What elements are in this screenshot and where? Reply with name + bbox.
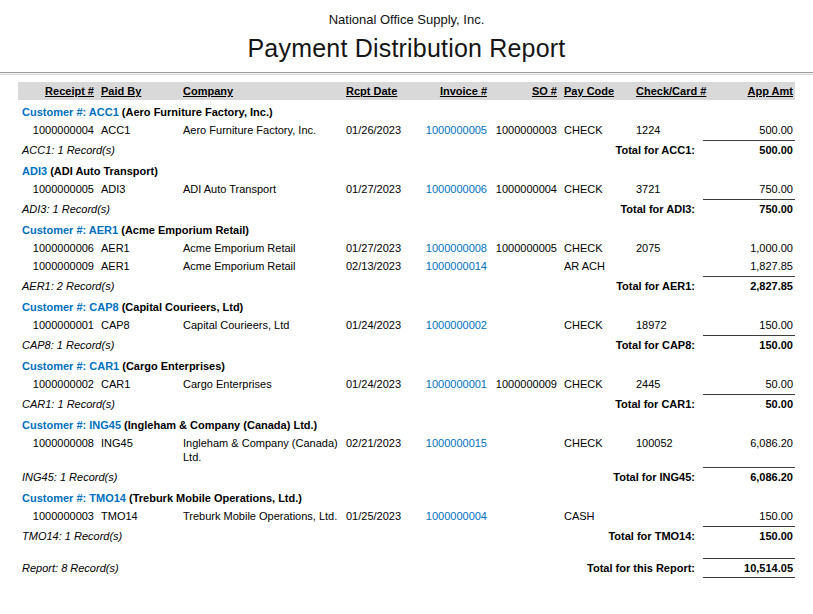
col-header-paid-by: Paid By bbox=[96, 82, 178, 100]
cell-app-amt: 1,827.85 bbox=[703, 257, 795, 275]
cell-receipt: 1000000006 bbox=[18, 239, 96, 257]
col-header-check-card: Check/Card # bbox=[631, 82, 703, 100]
report-footer: Report: 8 Record(s) Total for this Repor… bbox=[18, 558, 795, 578]
group-record-count: TMO14: 1 Record(s) bbox=[18, 526, 338, 545]
invoice-link[interactable]: 1000000015 bbox=[419, 434, 489, 466]
group-header: Customer #: CAP8 (Capital Courieers, Ltd… bbox=[18, 298, 795, 316]
cell-check-card: 18972 bbox=[631, 316, 703, 334]
customer-number-label: Customer #: bbox=[22, 224, 86, 236]
group-total-amount: 150.00 bbox=[703, 335, 795, 354]
table-row: 1000000009 AER1 Acme Emporium Retail 02/… bbox=[18, 257, 795, 275]
cell-company: Treburk Mobile Operations, Ltd. bbox=[178, 507, 341, 525]
table-row: 1000000006 AER1 Acme Emporium Retail 01/… bbox=[18, 239, 795, 257]
cell-rcpt-date: 01/26/2023 bbox=[341, 121, 419, 139]
col-header-app-amt: App Amt bbox=[703, 82, 795, 100]
customer-number-label: Customer #: bbox=[22, 301, 86, 313]
cell-paid-by: AER1 bbox=[96, 257, 178, 275]
cell-check-card bbox=[631, 257, 703, 275]
table-row: 1000000002 CAR1 Cargo Enterprises 01/24/… bbox=[18, 375, 795, 393]
cell-pay-code: CHECK bbox=[559, 239, 631, 257]
group-total-label: Total for TMO14: bbox=[338, 526, 703, 545]
group-total-label: Total for ACC1: bbox=[338, 140, 703, 159]
group-footer: ADI3: 1 Record(s) Total for ADI3: 750.00 bbox=[18, 199, 795, 218]
cell-so-number bbox=[489, 316, 559, 334]
group-header: Customer #: ING45 (Ingleham & Company (C… bbox=[18, 416, 795, 434]
report-record-count: Report: 8 Record(s) bbox=[18, 558, 338, 578]
group-total-label: Total for CAR1: bbox=[338, 394, 703, 413]
customer-group-acc1: Customer #: ACC1 (Aero Furniture Factory… bbox=[18, 103, 795, 159]
customer-name: (Ingleham & Company (Canada) Ltd.) bbox=[124, 419, 317, 431]
table-row: 1000000004 ACC1 Aero Furniture Factory, … bbox=[18, 121, 795, 139]
cell-company: Acme Emporium Retail bbox=[178, 239, 341, 257]
cell-rcpt-date: 01/25/2023 bbox=[341, 507, 419, 525]
customer-number-label: Customer #: bbox=[22, 360, 86, 372]
cell-so-number bbox=[489, 507, 559, 525]
group-total-amount: 6,086.20 bbox=[703, 467, 795, 486]
payment-table: Receipt # Paid By Company Rcpt Date Invo… bbox=[18, 82, 795, 578]
cell-paid-by: ADI3 bbox=[96, 180, 178, 198]
customer-group-adi3: ADI3 (ADI Auto Transport) 1000000005 ADI… bbox=[18, 162, 795, 218]
invoice-link[interactable]: 1000000001 bbox=[419, 375, 489, 393]
cell-check-card bbox=[631, 507, 703, 525]
customer-name: (ADI Auto Transport) bbox=[50, 165, 158, 177]
cell-paid-by: CAR1 bbox=[96, 375, 178, 393]
cell-app-amt: 150.00 bbox=[703, 316, 795, 334]
col-header-receipt: Receipt # bbox=[18, 82, 96, 100]
cell-check-card: 3721 bbox=[631, 180, 703, 198]
cell-so-number: 1000000009 bbox=[489, 375, 559, 393]
table-row: 1000000005 ADI3 ADI Auto Transport 01/27… bbox=[18, 180, 795, 198]
invoice-link[interactable]: 1000000006 bbox=[419, 180, 489, 198]
group-total-label: Total for ING45: bbox=[338, 467, 703, 486]
group-total-amount: 50.00 bbox=[703, 394, 795, 413]
group-footer: AER1: 2 Record(s) Total for AER1: 2,827.… bbox=[18, 276, 795, 295]
group-footer: CAR1: 1 Record(s) Total for CAR1: 50.00 bbox=[18, 394, 795, 413]
customer-group-cap8: Customer #: CAP8 (Capital Courieers, Ltd… bbox=[18, 298, 795, 354]
group-total-amount: 750.00 bbox=[703, 199, 795, 218]
customer-name: (Treburk Mobile Operations, Ltd.) bbox=[129, 492, 302, 504]
invoice-link[interactable]: 1000000005 bbox=[419, 121, 489, 139]
cell-paid-by: CAP8 bbox=[96, 316, 178, 334]
col-header-rcpt-date: Rcpt Date bbox=[341, 82, 419, 100]
customer-code: TMO14 bbox=[89, 492, 126, 504]
report-page: National Office Supply, Inc. Payment Dis… bbox=[0, 0, 813, 614]
customer-name: (Capital Courieers, Ltd) bbox=[122, 301, 244, 313]
group-total-amount: 500.00 bbox=[703, 140, 795, 159]
cell-pay-code: CHECK bbox=[559, 180, 631, 198]
table-row: 1000000003 TMO14 Treburk Mobile Operatio… bbox=[18, 507, 795, 525]
group-header: Customer #: TMO14 (Treburk Mobile Operat… bbox=[18, 489, 795, 507]
customer-name: (Acme Emporium Retail) bbox=[121, 224, 249, 236]
col-header-pay-code: Pay Code bbox=[559, 82, 631, 100]
group-footer: ACC1: 1 Record(s) Total for ACC1: 500.00 bbox=[18, 140, 795, 159]
invoice-link[interactable]: 1000000008 bbox=[419, 239, 489, 257]
customer-code: CAR1 bbox=[89, 360, 119, 372]
cell-paid-by: AER1 bbox=[96, 239, 178, 257]
cell-receipt: 1000000005 bbox=[18, 180, 96, 198]
cell-pay-code: CHECK bbox=[559, 121, 631, 139]
cell-paid-by: TMO14 bbox=[96, 507, 178, 525]
cell-so-number bbox=[489, 434, 559, 466]
group-footer: CAP8: 1 Record(s) Total for CAP8: 150.00 bbox=[18, 335, 795, 354]
cell-so-number: 1000000004 bbox=[489, 180, 559, 198]
cell-rcpt-date: 02/13/2023 bbox=[341, 257, 419, 275]
customer-code: AER1 bbox=[89, 224, 118, 236]
cell-rcpt-date: 01/27/2023 bbox=[341, 180, 419, 198]
cell-company: Cargo Enterprises bbox=[178, 375, 341, 393]
cell-so-number: 1000000003 bbox=[489, 121, 559, 139]
invoice-link[interactable]: 1000000004 bbox=[419, 507, 489, 525]
group-record-count: CAR1: 1 Record(s) bbox=[18, 394, 338, 413]
group-footer: TMO14: 1 Record(s) Total for TMO14: 150.… bbox=[18, 526, 795, 545]
cell-check-card: 2445 bbox=[631, 375, 703, 393]
group-footer: ING45: 1 Record(s) Total for ING45: 6,08… bbox=[18, 467, 795, 486]
cell-company: Aero Furniture Factory, Inc. bbox=[178, 121, 341, 139]
group-record-count: ING45: 1 Record(s) bbox=[18, 467, 338, 486]
cell-paid-by: ACC1 bbox=[96, 121, 178, 139]
customer-group-tmo14: Customer #: TMO14 (Treburk Mobile Operat… bbox=[18, 489, 795, 545]
customer-number-label: Customer #: bbox=[22, 106, 86, 118]
cell-receipt: 1000000008 bbox=[18, 434, 96, 466]
cell-receipt: 1000000002 bbox=[18, 375, 96, 393]
invoice-link[interactable]: 1000000002 bbox=[419, 316, 489, 334]
cell-receipt: 1000000001 bbox=[18, 316, 96, 334]
invoice-link[interactable]: 1000000014 bbox=[419, 257, 489, 275]
cell-pay-code: CHECK bbox=[559, 316, 631, 334]
cell-rcpt-date: 01/24/2023 bbox=[341, 316, 419, 334]
